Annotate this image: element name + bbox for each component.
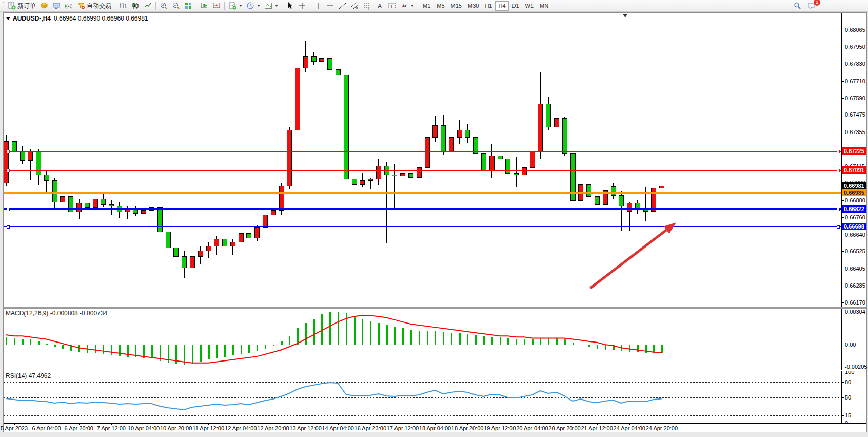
signals-button[interactable]	[63, 1, 75, 11]
line-handle[interactable]	[7, 169, 9, 172]
crosshair-button[interactable]	[296, 1, 308, 11]
timeframe-m30-button[interactable]: M30	[465, 1, 482, 11]
toolbar-separator	[155, 2, 156, 10]
macd-bar	[297, 328, 299, 345]
channel-tool-button[interactable]: E	[349, 1, 361, 11]
search-icon	[793, 2, 801, 10]
signals-icon	[65, 2, 73, 10]
metaeditor-icon	[40, 2, 48, 10]
rsi-panel[interactable]: RSI(14) 47.4962	[4, 371, 841, 423]
macd-panel[interactable]: MACD(12,26,9) -0.000808 -0.000734	[4, 309, 841, 370]
bullish-candle	[417, 167, 422, 178]
line-chart-button[interactable]	[142, 1, 154, 11]
cursor-button[interactable]	[284, 1, 296, 11]
macd-bar	[540, 338, 541, 345]
trendline-tool-button[interactable]	[337, 1, 349, 11]
timeframe-d1-button[interactable]: D1	[509, 1, 522, 11]
line-chart-icon	[144, 2, 152, 10]
zoom-in-button[interactable]	[157, 1, 170, 11]
new-order-button[interactable]: 新订单	[6, 1, 38, 11]
bearish-candle	[36, 151, 41, 175]
bearish-candle	[182, 257, 187, 268]
macd-bar	[248, 345, 250, 353]
bearish-candle	[158, 207, 163, 232]
bullish-candle	[239, 234, 244, 242]
timeframe-m5-button[interactable]: M5	[433, 1, 447, 11]
metaeditor-button[interactable]	[38, 1, 50, 11]
bullish-candle	[401, 173, 405, 176]
virtual-hosting-button[interactable]	[50, 1, 63, 11]
time-label: 10 Apr 04:00	[128, 425, 160, 431]
macd-bar	[119, 345, 121, 356]
period-button[interactable]	[244, 1, 262, 11]
macd-bar	[200, 345, 202, 362]
main-chart-panel[interactable]: AUDUSD-,H4 0.66964 0.66990 0.66960 0.669…	[4, 13, 841, 307]
candlestick-chart-button[interactable]	[129, 1, 142, 11]
horizontal-line-tool-button[interactable]	[324, 1, 337, 11]
timeframe-h1-button[interactable]: H1	[482, 1, 495, 11]
text-label-tool-button[interactable]: T	[386, 1, 398, 11]
fibonacci-tool-button[interactable]: F	[361, 1, 373, 11]
zoom-out-button[interactable]	[170, 1, 182, 11]
timeframe-m15-button[interactable]: M15	[448, 1, 465, 11]
macd-tick-label: 0.00304	[845, 309, 865, 315]
rsi-chart-canvas[interactable]	[4, 371, 841, 423]
candlestick-chart-canvas[interactable]	[4, 13, 841, 307]
macd-chart-canvas[interactable]	[4, 309, 841, 370]
autotrading-label: 自动交易	[87, 2, 111, 10]
notification-badge: 1	[814, 0, 820, 6]
timeframe-h4-button[interactable]: H4	[495, 1, 508, 11]
notifications-button[interactable]: 1	[807, 2, 817, 10]
time-label: 6 Apr 20:00	[65, 425, 93, 431]
line-handle[interactable]	[837, 150, 839, 153]
auto-scroll-button[interactable]	[198, 1, 210, 11]
bullish-candle	[207, 246, 211, 251]
bar-chart-button[interactable]	[117, 1, 129, 11]
panel-splitter[interactable]	[4, 307, 866, 309]
chart-shift-marker[interactable]	[623, 14, 628, 17]
macd-bar	[597, 345, 598, 349]
vertical-line-tool-button[interactable]	[312, 1, 324, 11]
timeframe-m1-button[interactable]: M1	[420, 1, 433, 11]
chart-dropdown-icon[interactable]	[6, 17, 10, 20]
line-handle[interactable]	[837, 208, 839, 211]
line-handle[interactable]	[7, 208, 9, 211]
autotrading-button[interactable]: 自动交易	[75, 1, 113, 11]
period-clock-icon	[246, 2, 254, 10]
panel-splitter[interactable]	[4, 370, 866, 371]
bearish-candle	[109, 205, 114, 206]
price-tick-label: 0.66525	[845, 248, 865, 255]
timeframe-w1-button[interactable]: W1	[522, 1, 537, 11]
line-handle[interactable]	[837, 225, 839, 228]
arrows-tool-button[interactable]	[398, 1, 416, 11]
svg-text:F: F	[368, 7, 370, 10]
rsi-tick-label: 50	[845, 394, 851, 401]
time-label: 10 Apr 20:00	[160, 425, 192, 431]
timeframe-mn-button[interactable]: MN	[537, 1, 551, 11]
dropdown-caret-icon	[275, 5, 278, 7]
price-axis[interactable]: 0.680650.679500.678300.677100.675900.674…	[841, 13, 866, 423]
search-button[interactable]	[791, 1, 803, 11]
toolbar-drag-handle	[3, 2, 5, 9]
line-handle[interactable]	[7, 225, 9, 228]
macd-bar	[289, 336, 290, 345]
new-chart-button[interactable]	[226, 1, 244, 11]
tile-windows-button[interactable]	[182, 1, 194, 11]
macd-bar	[111, 345, 112, 355]
text-tool-button[interactable]: A	[373, 1, 386, 11]
bearish-candle	[166, 232, 171, 248]
new-order-icon	[8, 2, 16, 10]
bullish-candle	[271, 211, 276, 215]
toolbar-separator	[310, 2, 310, 10]
price-tag-0.66935: 0.66935	[842, 189, 866, 196]
time-axis[interactable]: 5 Apr 20236 Apr 04:006 Apr 20:007 Apr 12…	[4, 423, 866, 432]
chart-shift-button[interactable]	[210, 1, 223, 11]
indicators-button[interactable]	[262, 1, 280, 11]
chart-window[interactable]: AUDUSD-,H4 0.66964 0.66990 0.66960 0.669…	[3, 12, 867, 432]
bearish-candle	[336, 70, 341, 75]
bearish-candle	[474, 137, 478, 153]
line-handle[interactable]	[7, 150, 9, 153]
time-label: 19 Apr 12:00	[484, 425, 516, 431]
line-handle[interactable]	[837, 169, 839, 172]
trend-arrow-annotation[interactable]	[590, 222, 676, 288]
